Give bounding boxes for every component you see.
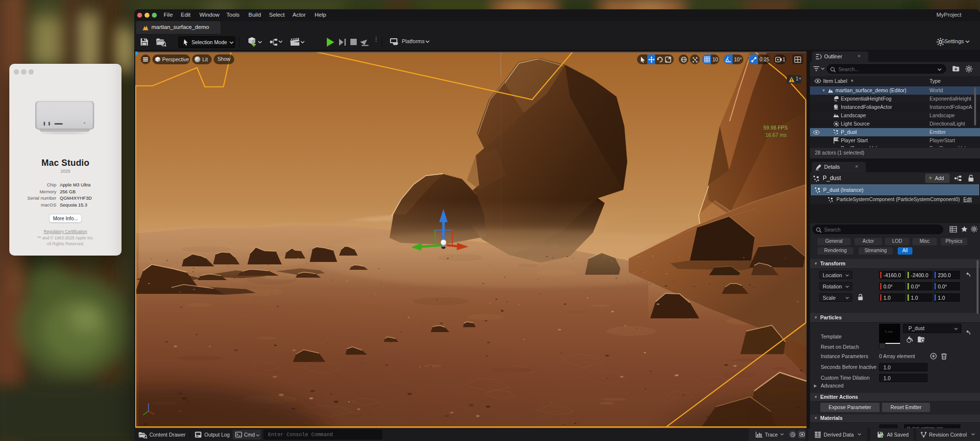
svg-text:PG: PG — [835, 138, 838, 141]
